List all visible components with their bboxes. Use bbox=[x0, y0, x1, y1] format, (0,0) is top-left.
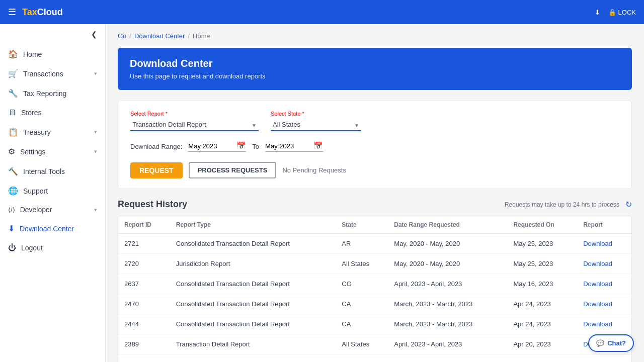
cell-report-type: Jurisdiction Report bbox=[170, 254, 336, 274]
sidebar-item-settings[interactable]: ⚙ Settings ▾ bbox=[0, 142, 105, 161]
report-select-wrapper: Transaction Detail ReportConsolidated Tr… bbox=[130, 119, 259, 131]
chat-button[interactable]: 💬 Chat? bbox=[588, 334, 634, 352]
chevron-down-icon: ▾ bbox=[94, 70, 97, 77]
sidebar-item-label: Home bbox=[23, 50, 42, 58]
no-pending-label: No Pending Requests bbox=[282, 166, 346, 174]
sidebar-item-developer[interactable]: ⟨/⟩ Developer ▾ bbox=[0, 201, 105, 219]
calendar-to-icon[interactable]: 📅 bbox=[313, 141, 323, 150]
download-link[interactable]: Download bbox=[583, 300, 612, 308]
history-title: Request History bbox=[118, 199, 187, 210]
action-buttons-row: REQUEST PROCESS REQUESTS No Pending Requ… bbox=[130, 162, 619, 178]
menu-icon[interactable]: ☰ bbox=[8, 7, 16, 18]
chat-icon: 💬 bbox=[596, 339, 604, 347]
report-select-label: Select Report * bbox=[130, 111, 259, 117]
header-card: Download Center Use this page to request… bbox=[118, 48, 632, 90]
cell-report: Download bbox=[577, 314, 631, 334]
chevron-down-icon: ▾ bbox=[94, 207, 97, 213]
cell-state: AR bbox=[336, 234, 388, 254]
cell-requested-on: Apr 24, 2023 bbox=[507, 294, 577, 314]
sidebar-toggle[interactable]: ❮ bbox=[0, 24, 105, 44]
col-date-range: Date Range Requested bbox=[388, 216, 507, 234]
date-from-input[interactable] bbox=[188, 142, 233, 150]
topbar-left: ☰ TaxCloud bbox=[8, 7, 63, 18]
cell-report: Download bbox=[577, 294, 631, 314]
date-to-wrapper: 📅 bbox=[265, 141, 323, 152]
state-select-group: Select State * All StatesARCACO bbox=[271, 111, 361, 131]
sidebar-item-treasury[interactable]: 📋 Treasury ▾ bbox=[0, 122, 105, 142]
cell-date-range: March, 2023 - March, 2023 bbox=[388, 354, 507, 363]
cell-report-id: 2721 bbox=[118, 234, 170, 254]
filter-selects-row: Select Report * Transaction Detail Repor… bbox=[130, 111, 619, 131]
date-range-label: Download Range: bbox=[130, 143, 182, 150]
sidebar-item-label: Transactions bbox=[23, 70, 63, 78]
sidebar-item-internal-tools[interactable]: 🔨 Internal Tools bbox=[0, 161, 105, 181]
date-to-input[interactable] bbox=[265, 142, 310, 150]
report-select[interactable]: Transaction Detail ReportConsolidated Tr… bbox=[130, 119, 259, 131]
sidebar-item-download-center[interactable]: ⬇ Download Center bbox=[0, 219, 105, 238]
state-select[interactable]: All StatesARCACO bbox=[271, 119, 361, 131]
main-content: Go / Download Center / Home Download Cen… bbox=[106, 24, 644, 362]
calendar-from-icon[interactable]: 📅 bbox=[236, 141, 246, 150]
sidebar-item-support[interactable]: 🌐 Support bbox=[0, 181, 105, 201]
date-from-wrapper: 📅 bbox=[188, 141, 246, 152]
cell-date-range: May, 2020 - May, 2020 bbox=[388, 254, 507, 274]
cell-state: All States bbox=[336, 254, 388, 274]
history-note: Requests may take up to 24 hrs to proces… bbox=[505, 201, 619, 208]
cell-date-range: March, 2023 - March, 2023 bbox=[388, 314, 507, 334]
breadcrumb-download-center[interactable]: Download Center bbox=[134, 32, 185, 40]
cell-report: Download bbox=[577, 274, 631, 294]
breadcrumb-home: Home bbox=[193, 32, 210, 40]
globe-icon: 🌐 bbox=[8, 186, 18, 196]
state-select-wrapper: All StatesARCACO bbox=[271, 119, 361, 131]
request-button[interactable]: REQUEST bbox=[130, 162, 183, 178]
topbar-download-icon[interactable]: ⬇ bbox=[595, 9, 600, 16]
report-select-group: Select Report * Transaction Detail Repor… bbox=[130, 111, 259, 131]
history-header: Request History Requests may take up to … bbox=[118, 199, 632, 210]
sidebar-item-label: Download Center bbox=[20, 225, 74, 233]
download-link[interactable]: Download bbox=[583, 240, 612, 247]
sidebar-item-stores[interactable]: 🖥 Stores bbox=[0, 103, 105, 122]
cell-report: Download bbox=[577, 354, 631, 363]
cell-report-id: 2302 bbox=[118, 354, 170, 363]
refresh-icon[interactable]: ↻ bbox=[625, 200, 632, 209]
table-header: Report ID Report Type State Date Range R… bbox=[118, 216, 631, 234]
cell-date-range: March, 2023 - March, 2023 bbox=[388, 294, 507, 314]
table-row: 2720 Jurisdiction Report All States May,… bbox=[118, 254, 631, 274]
sidebar-item-logout[interactable]: ⏻ Logout bbox=[0, 238, 105, 257]
sidebar-item-label: Settings bbox=[20, 148, 46, 156]
state-select-label: Select State * bbox=[271, 111, 361, 117]
breadcrumb-sep-1: / bbox=[129, 32, 131, 40]
topbar-lock-button[interactable]: 🔒 LOCK bbox=[608, 9, 636, 16]
sidebar-item-label: Developer bbox=[20, 206, 52, 214]
sidebar: ❮ 🏠 Home 🛒 Transactions ▾ 🔧 Tax Reportin… bbox=[0, 24, 106, 362]
col-report-id: Report ID bbox=[118, 216, 170, 234]
header-card-title: Download Center bbox=[130, 58, 620, 69]
filter-card: Select Report * Transaction Detail Repor… bbox=[118, 100, 632, 189]
cell-report: Download bbox=[577, 254, 631, 274]
date-range-row: Download Range: 📅 To 📅 bbox=[130, 141, 619, 152]
cell-state: All States bbox=[336, 354, 388, 363]
chat-label: Chat? bbox=[607, 339, 626, 347]
cell-date-range: April, 2023 - April, 2023 bbox=[388, 334, 507, 354]
table-body: 2721 Consolidated Transaction Detail Rep… bbox=[118, 234, 631, 363]
cell-report-type: Consolidated Transaction Detail Report bbox=[170, 234, 336, 254]
cell-report-id: 2720 bbox=[118, 254, 170, 274]
home-icon: 🏠 bbox=[8, 49, 18, 59]
cell-date-range: May, 2020 - May, 2020 bbox=[388, 234, 507, 254]
download-link[interactable]: Download bbox=[583, 280, 612, 288]
col-report: Report bbox=[577, 216, 631, 234]
process-requests-button[interactable]: PROCESS REQUESTS bbox=[189, 162, 277, 178]
sidebar-item-transactions[interactable]: 🛒 Transactions ▾ bbox=[0, 64, 105, 83]
sidebar-item-home[interactable]: 🏠 Home bbox=[0, 44, 105, 64]
sidebar-item-tax-reporting[interactable]: 🔧 Tax Reporting bbox=[0, 83, 105, 103]
chevron-down-icon: ▾ bbox=[94, 129, 97, 135]
logo-tax: Tax bbox=[22, 7, 37, 17]
topbar-right: ⬇ 🔒 LOCK bbox=[595, 9, 636, 16]
download-link[interactable]: Download bbox=[583, 320, 612, 328]
cell-report: Download bbox=[577, 234, 631, 254]
cell-report-id: 2444 bbox=[118, 314, 170, 334]
download-link[interactable]: Download bbox=[583, 260, 612, 267]
breadcrumb-go[interactable]: Go bbox=[118, 32, 126, 40]
breadcrumb-sep-2: / bbox=[188, 32, 190, 40]
chevron-down-icon: ▾ bbox=[94, 148, 97, 155]
